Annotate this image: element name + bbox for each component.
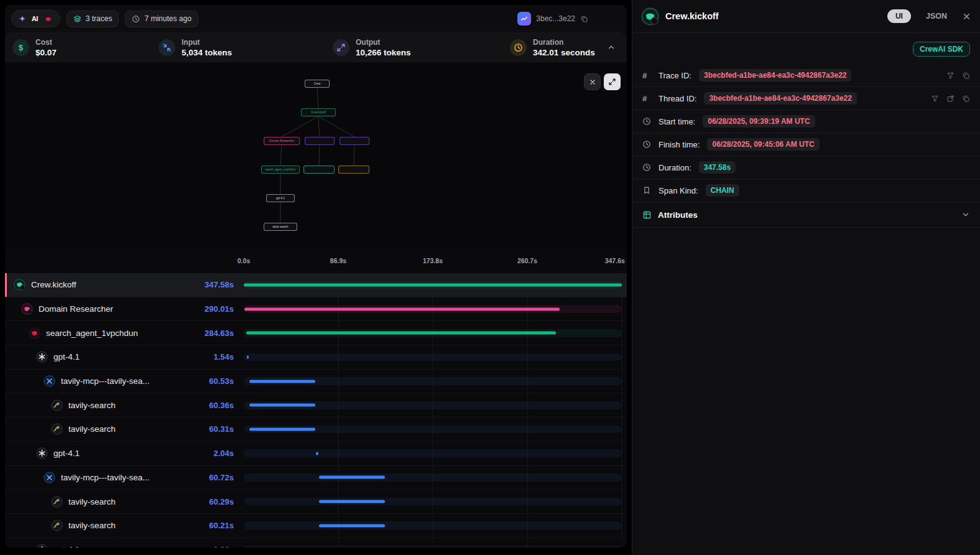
tools-icon bbox=[44, 375, 55, 387]
span-duration: 60.31s bbox=[209, 424, 244, 434]
graph-node[interactable]: search_agent_1vpchdun bbox=[261, 166, 300, 174]
stat-label: Cost bbox=[35, 38, 57, 47]
waterfall-bar-cell bbox=[244, 466, 622, 490]
attributes-section[interactable]: Attributes bbox=[632, 202, 980, 228]
waterfall-bar[interactable] bbox=[244, 283, 622, 286]
filter-icon[interactable] bbox=[931, 95, 939, 103]
span-duration: 60.21s bbox=[209, 521, 244, 530]
waterfall-bar[interactable] bbox=[249, 404, 315, 407]
route-icon bbox=[51, 423, 63, 435]
detail-label: Start time: bbox=[659, 117, 695, 126]
span-duration: 1.36s bbox=[213, 545, 244, 548]
copy-icon[interactable] bbox=[962, 72, 970, 80]
time-ago-label: 7 minutes ago bbox=[144, 14, 191, 23]
waterfall-bar-cell bbox=[244, 321, 622, 345]
copy-icon[interactable] bbox=[580, 15, 588, 23]
waterfall-row[interactable]: Crew.kickoff347.58s bbox=[5, 273, 627, 297]
waterfall-bar-cell bbox=[244, 442, 622, 465]
detail-actions bbox=[941, 72, 970, 80]
stat-cost: $Cost$0.07 bbox=[12, 38, 159, 57]
graph-node[interactable]: tavily-search bbox=[264, 223, 297, 231]
waterfall-row[interactable]: Domain Researcher290.01s bbox=[5, 297, 627, 322]
span-duration: 290.01s bbox=[205, 304, 244, 314]
trace-graph: CrewCrew.kickoffDomain Researchersearch_… bbox=[5, 62, 627, 249]
sdk-badge-row: CrewAI SDK bbox=[632, 33, 980, 64]
detail-row: Finish time:06/28/2025, 09:45:06 AM UTC bbox=[632, 133, 980, 156]
waterfall-row[interactable]: gpt-4.11.36s bbox=[5, 538, 627, 548]
span-duration: 60.53s bbox=[209, 376, 244, 386]
stat-label: Input bbox=[182, 38, 232, 47]
waterfall-row[interactable]: tavily-search60.21s bbox=[5, 514, 627, 538]
sdk-badge[interactable]: CrewAI SDK bbox=[913, 42, 970, 57]
openai-icon bbox=[36, 544, 48, 548]
trace-panel: ✦ AI 3 traces 7 minutes ago bbox=[5, 5, 627, 548]
waterfall-row[interactable]: tavily-search60.29s bbox=[5, 490, 627, 514]
stats-bar: $Cost$0.07Input5,034 tokensOutput10,266 … bbox=[5, 32, 627, 62]
graph-node[interactable] bbox=[340, 137, 369, 145]
span-name: gpt-4.1 bbox=[53, 545, 80, 548]
detail-row: Start time:06/28/2025, 09:39:19 AM UTC bbox=[632, 110, 980, 133]
agent-icon bbox=[21, 303, 33, 315]
waterfall-bar[interactable] bbox=[244, 307, 560, 310]
waterfall-bar[interactable] bbox=[319, 476, 385, 479]
span-duration: 60.72s bbox=[209, 473, 244, 482]
span-name: gpt-4.1 bbox=[53, 449, 80, 458]
span-name: tavily-mcp---tavily-sea... bbox=[61, 376, 150, 386]
graph-node[interactable]: Domain Researcher bbox=[264, 137, 300, 145]
graph-close-button[interactable] bbox=[584, 73, 601, 90]
graph-node[interactable] bbox=[305, 137, 335, 145]
copy-icon[interactable] bbox=[962, 95, 970, 103]
graph-node[interactable] bbox=[338, 166, 369, 174]
filter-icon[interactable] bbox=[946, 72, 955, 80]
waterfall-bar[interactable] bbox=[319, 500, 384, 503]
graph-node[interactable]: Crew bbox=[305, 80, 330, 88]
detail-row: #Trace ID:3becbfed-a1be-ae84-ea3c-494286… bbox=[632, 64, 980, 87]
waterfall-bar[interactable] bbox=[249, 380, 315, 383]
waterfall-row[interactable]: tavily-mcp---tavily-sea...60.53s bbox=[5, 370, 627, 394]
waterfall-bar-cell bbox=[244, 345, 622, 369]
detail-value: 347.58s bbox=[699, 161, 736, 174]
waterfall-bar-cell bbox=[244, 297, 622, 321]
waterfall-bar[interactable] bbox=[246, 332, 556, 335]
waterfall-row[interactable]: tavily-search60.36s bbox=[5, 393, 627, 417]
waterfall-row-label: tavily-mcp---tavily-sea...60.72s bbox=[5, 472, 244, 483]
span-name: tavily-search bbox=[68, 401, 116, 410]
waterfall-bar[interactable] bbox=[249, 427, 315, 431]
axis-tick: 173.8s bbox=[423, 257, 443, 264]
tab-json[interactable]: JSON bbox=[926, 12, 947, 21]
detail-value: 3becbfed-a1be-ae84-ea3c-4942867a3e22 bbox=[699, 69, 852, 82]
graph-node[interactable]: gpt-4.1 bbox=[266, 194, 295, 202]
span-duration: 60.29s bbox=[209, 497, 244, 506]
hash-icon: # bbox=[642, 71, 652, 80]
stat-text: Duration342.01 seconds bbox=[533, 38, 595, 57]
openai-icon bbox=[36, 351, 48, 363]
stat-duration: Duration342.01 seconds bbox=[510, 38, 603, 57]
run-chart-icon bbox=[517, 12, 531, 26]
clock-icon bbox=[642, 117, 652, 126]
waterfall-row-label: Domain Researcher290.01s bbox=[5, 303, 244, 315]
waterfall-bar[interactable] bbox=[319, 524, 384, 527]
waterfall-row[interactable]: tavily-search60.31s bbox=[5, 417, 627, 442]
span-name: Domain Researcher bbox=[39, 304, 113, 314]
graph-node[interactable] bbox=[303, 166, 335, 174]
attributes-icon bbox=[642, 210, 652, 220]
collapse-chevron-button[interactable] bbox=[603, 39, 619, 55]
close-panel-button[interactable] bbox=[962, 12, 971, 21]
graph-node[interactable]: Crew.kickoff bbox=[301, 108, 336, 116]
tab-ui[interactable]: UI bbox=[887, 9, 911, 23]
traces-count-badge[interactable]: 3 traces bbox=[67, 11, 119, 27]
waterfall-bar-cell bbox=[244, 393, 622, 417]
waterfall-bar[interactable] bbox=[316, 452, 318, 455]
chevron-down-icon bbox=[961, 210, 970, 219]
waterfall-row[interactable]: gpt-4.11.54s bbox=[5, 345, 627, 370]
waterfall-row[interactable]: search_agent_1vpchdun284.63s bbox=[5, 321, 627, 345]
route-icon bbox=[51, 496, 63, 508]
waterfall-row[interactable]: gpt-4.12.04s bbox=[5, 442, 627, 466]
panel-title: Crew.kickoff bbox=[665, 11, 719, 21]
external-icon[interactable] bbox=[946, 95, 955, 103]
axis-tick: 260.7s bbox=[517, 257, 537, 264]
graph-expand-button[interactable] bbox=[604, 73, 621, 90]
waterfall-row[interactable]: tavily-mcp---tavily-sea...60.72s bbox=[5, 466, 627, 490]
detail-value: CHAIN bbox=[706, 184, 739, 197]
detail-label: Thread ID: bbox=[659, 94, 696, 103]
